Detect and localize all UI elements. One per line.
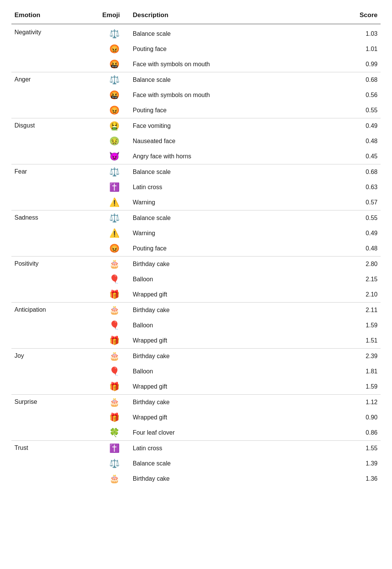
cell-emoji: ✝️ [99, 441, 130, 456]
table-row: Anger⚖️Balance scale0.68 [11, 72, 381, 88]
cell-emoji: 😡 [99, 241, 130, 257]
cell-emotion [11, 226, 99, 241]
cell-emotion [11, 287, 99, 303]
cell-emotion: Surprise [11, 395, 99, 410]
cell-score: 0.49 [324, 118, 381, 134]
table-row: 😈Angry face with horns0.45 [11, 149, 381, 164]
cell-description: Face with symbols on mouth [130, 88, 324, 103]
emotion-emoji-table: Emotion Emoji Description Score Negativi… [11, 8, 381, 486]
cell-emotion [11, 456, 99, 471]
cell-emoji: 😡 [99, 41, 130, 57]
table-row: Positivity🎂Birthday cake2.80 [11, 257, 381, 272]
table-row: Disgust🤮Face vomiting0.49 [11, 118, 381, 134]
table-row: Fear⚖️Balance scale0.68 [11, 164, 381, 180]
cell-emotion [11, 318, 99, 333]
table-row: Surprise🎂Birthday cake1.12 [11, 395, 381, 410]
header-description: Description [130, 8, 324, 24]
cell-emoji: 🍀 [99, 425, 130, 441]
cell-emoji: 🤢 [99, 134, 130, 149]
cell-description: Warning [130, 226, 324, 241]
cell-emotion [11, 180, 99, 195]
cell-emoji: ✝️ [99, 180, 130, 195]
cell-emotion: Joy [11, 349, 99, 364]
cell-emoji: 🎂 [99, 471, 130, 486]
table-row: Anticipation🎂Birthday cake2.11 [11, 303, 381, 318]
cell-emoji: ⚠️ [99, 226, 130, 241]
cell-description: Angry face with horns [130, 149, 324, 164]
header-score: Score [324, 8, 381, 24]
cell-description: Pouting face [130, 103, 324, 118]
cell-emotion [11, 57, 99, 72]
cell-score: 1.59 [324, 318, 381, 333]
table-row: ⚠️Warning0.49 [11, 226, 381, 241]
cell-emotion: Trust [11, 441, 99, 456]
cell-description: Birthday cake [130, 349, 324, 364]
table-row: ✝️Latin cross0.63 [11, 180, 381, 195]
cell-description: Birthday cake [130, 257, 324, 272]
cell-description: Balance scale [130, 164, 324, 180]
cell-emoji: ⚖️ [99, 164, 130, 180]
cell-description: Balance scale [130, 24, 324, 41]
cell-emoji: 🎈 [99, 272, 130, 287]
table-row: 🎁Wrapped gift1.51 [11, 333, 381, 349]
cell-description: Balance scale [130, 456, 324, 471]
cell-score: 0.56 [324, 88, 381, 103]
table-row: Negativity⚖️Balance scale1.03 [11, 24, 381, 41]
cell-score: 2.10 [324, 287, 381, 303]
cell-description: Wrapped gift [130, 379, 324, 395]
cell-emotion [11, 88, 99, 103]
cell-emotion: Fear [11, 164, 99, 180]
table-row: Joy🎂Birthday cake2.39 [11, 349, 381, 364]
cell-description: Balloon [130, 318, 324, 333]
cell-score: 0.49 [324, 226, 381, 241]
cell-emotion: Negativity [11, 24, 99, 41]
cell-score: 0.57 [324, 195, 381, 210]
table-row: 🍀Four leaf clover0.86 [11, 425, 381, 441]
cell-emoji: 🎂 [99, 303, 130, 318]
cell-description: Birthday cake [130, 395, 324, 410]
cell-emoji: ⚠️ [99, 195, 130, 210]
table-row: 🤬Face with symbols on mouth0.99 [11, 57, 381, 72]
cell-description: Balance scale [130, 210, 324, 226]
table-row: 🎁Wrapped gift0.90 [11, 410, 381, 425]
cell-emoji: 🎈 [99, 364, 130, 379]
cell-score: 1.39 [324, 456, 381, 471]
cell-score: 2.11 [324, 303, 381, 318]
cell-score: 2.39 [324, 349, 381, 364]
cell-emotion [11, 333, 99, 349]
table-row: 🤢Nauseated face0.48 [11, 134, 381, 149]
cell-score: 1.01 [324, 41, 381, 57]
cell-score: 0.45 [324, 149, 381, 164]
cell-score: 0.55 [324, 103, 381, 118]
cell-emotion [11, 425, 99, 441]
cell-emotion: Anticipation [11, 303, 99, 318]
table-row: Trust✝️Latin cross1.55 [11, 441, 381, 456]
cell-emotion: Sadness [11, 210, 99, 226]
cell-score: 0.68 [324, 164, 381, 180]
cell-description: Balance scale [130, 72, 324, 88]
cell-emoji: ⚖️ [99, 72, 130, 88]
table-row: ⚖️Balance scale1.39 [11, 456, 381, 471]
cell-emotion [11, 195, 99, 210]
cell-emotion [11, 241, 99, 257]
cell-score: 1.36 [324, 471, 381, 486]
cell-emoji: 😡 [99, 103, 130, 118]
cell-emoji: ⚖️ [99, 24, 130, 41]
cell-emotion [11, 134, 99, 149]
cell-score: 0.86 [324, 425, 381, 441]
cell-emoji: 🎂 [99, 349, 130, 364]
cell-score: 0.48 [324, 134, 381, 149]
cell-emotion: Positivity [11, 257, 99, 272]
header-emoji: Emoji [99, 8, 130, 24]
cell-emoji: ⚖️ [99, 210, 130, 226]
table-row: 🎁Wrapped gift1.59 [11, 379, 381, 395]
table-row: 😡Pouting face1.01 [11, 41, 381, 57]
cell-emoji: 🎁 [99, 410, 130, 425]
cell-score: 1.12 [324, 395, 381, 410]
table-row: 🎁Wrapped gift2.10 [11, 287, 381, 303]
cell-score: 1.03 [324, 24, 381, 41]
cell-score: 0.48 [324, 241, 381, 257]
table-row: ⚠️Warning0.57 [11, 195, 381, 210]
cell-description: Latin cross [130, 180, 324, 195]
cell-description: Balloon [130, 272, 324, 287]
